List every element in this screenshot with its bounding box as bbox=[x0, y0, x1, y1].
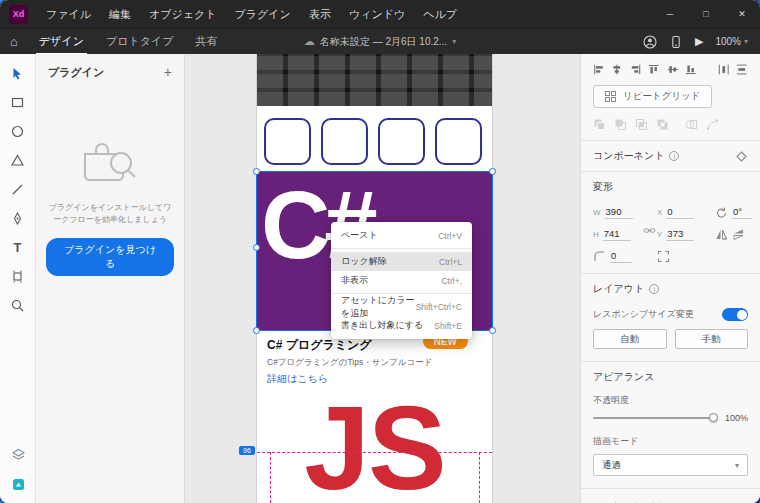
align-right-icon[interactable] bbox=[630, 63, 641, 76]
zoom-tool-icon[interactable] bbox=[7, 296, 29, 314]
nav-box[interactable] bbox=[435, 118, 482, 165]
context-menu-separator bbox=[331, 248, 472, 249]
blend-mode-select[interactable]: 通過 ▾ bbox=[593, 454, 748, 476]
boolean-union-icon[interactable] bbox=[593, 118, 606, 131]
align-middle-vertical-icon[interactable] bbox=[667, 63, 678, 76]
nav-box[interactable] bbox=[378, 118, 425, 165]
export-row: 書き出し対象にする bbox=[581, 489, 760, 503]
align-center-horizontal-icon[interactable] bbox=[611, 63, 622, 76]
repeat-grid-button[interactable]: リピートグリッド bbox=[593, 85, 712, 108]
y-input[interactable]: 373 bbox=[666, 228, 694, 241]
separate-corners-icon[interactable] bbox=[657, 250, 670, 263]
ellipse-tool-icon[interactable] bbox=[7, 122, 29, 140]
toolstrip-bottom bbox=[0, 445, 36, 493]
play-icon[interactable]: ▶ bbox=[695, 35, 703, 48]
info-icon[interactable] bbox=[649, 284, 659, 294]
selection-dash-line bbox=[270, 452, 271, 503]
close-button[interactable]: ✕ bbox=[724, 0, 760, 28]
canvas[interactable]: C# C# プログラミング NEW C#プログラミングのTips・サンプルコード… bbox=[185, 54, 580, 503]
libraries-icon[interactable] bbox=[7, 475, 29, 493]
responsive-resize-row: レスポンシブサイズ変更 bbox=[581, 304, 760, 329]
path-edit-icon[interactable] bbox=[706, 118, 719, 131]
tab-design[interactable]: デザイン bbox=[28, 29, 95, 55]
align-top-icon[interactable] bbox=[648, 63, 659, 76]
transform-section-header: 変形 bbox=[581, 172, 760, 202]
x-input[interactable]: 0 bbox=[666, 206, 694, 219]
appearance-section-header: アピアランス bbox=[581, 362, 760, 392]
add-plugin-icon[interactable]: + bbox=[164, 64, 172, 80]
keyboard-image[interactable] bbox=[257, 54, 492, 106]
document-title[interactable]: ☁ 名称未設定 — 2月6日 10.2... ▾ bbox=[304, 35, 456, 49]
manual-resize-button[interactable]: 手動 bbox=[675, 329, 749, 349]
topbar-right: ▶ 100% ▾ bbox=[643, 35, 760, 49]
mask-icon[interactable] bbox=[685, 118, 698, 131]
menu-plugins[interactable]: プラグイン bbox=[226, 0, 300, 28]
find-plugins-button[interactable]: プラグインを見つける bbox=[46, 238, 174, 276]
info-icon[interactable] bbox=[669, 151, 679, 161]
rectangle-tool-icon[interactable] bbox=[7, 93, 29, 111]
boolean-toolbar bbox=[581, 116, 760, 140]
polygon-tool-icon[interactable] bbox=[7, 151, 29, 169]
card-link[interactable]: 詳細はこちら bbox=[267, 372, 328, 386]
menu-view[interactable]: 表示 bbox=[300, 0, 340, 28]
maximize-button[interactable]: □ bbox=[688, 0, 724, 28]
nav-box[interactable] bbox=[321, 118, 368, 165]
js-logo-image[interactable]: JS bbox=[257, 394, 492, 503]
flip-horizontal-icon[interactable] bbox=[715, 228, 728, 241]
menu-help[interactable]: ヘルプ bbox=[414, 0, 466, 28]
pen-tool-icon[interactable] bbox=[7, 209, 29, 227]
device-preview-icon[interactable] bbox=[669, 35, 683, 49]
distribute-vertical-icon[interactable] bbox=[736, 63, 747, 76]
menu-object[interactable]: オブジェクト bbox=[140, 0, 226, 28]
context-menu-item-paste[interactable]: ペースト Ctrl+V bbox=[331, 226, 472, 245]
align-left-icon[interactable] bbox=[593, 63, 604, 76]
opacity-slider-knob[interactable] bbox=[709, 413, 718, 422]
minimize-button[interactable]: ─ bbox=[652, 0, 688, 28]
card-title[interactable]: C# プログラミング bbox=[267, 337, 372, 354]
account-icon[interactable] bbox=[643, 35, 657, 49]
chevron-down-icon: ▾ bbox=[744, 37, 748, 46]
plugins-empty-state: プラグインをインストールしてワークフローを効率化しましょう プラグインを見つける bbox=[36, 136, 184, 276]
width-input[interactable]: 390 bbox=[605, 206, 633, 219]
context-menu-item-add-color[interactable]: アセットにカラーを追加 Shift+Ctrl+C bbox=[331, 297, 472, 316]
rotation-input[interactable]: 0° bbox=[732, 206, 752, 219]
tab-prototype[interactable]: プロトタイプ bbox=[95, 29, 185, 55]
context-menu: ペースト Ctrl+V ロック解除 Ctrl+L 非表示 Ctrl+, アセット… bbox=[331, 222, 472, 339]
card-subtitle[interactable]: C#プログラミングのTips・サンプルコード bbox=[267, 357, 432, 369]
opacity-slider[interactable] bbox=[593, 417, 717, 419]
component-icon[interactable] bbox=[735, 150, 748, 163]
boolean-exclude-icon[interactable] bbox=[656, 118, 669, 131]
distribute-horizontal-icon[interactable] bbox=[718, 63, 729, 76]
line-tool-icon[interactable] bbox=[7, 180, 29, 198]
nav-box[interactable] bbox=[264, 118, 311, 165]
plugins-panel-title: プラグイン bbox=[48, 65, 104, 80]
corner-radius-input[interactable]: 0 bbox=[610, 250, 632, 263]
text-tool-icon[interactable]: T bbox=[7, 238, 29, 256]
lock-aspect-icon[interactable] bbox=[643, 224, 656, 237]
height-input[interactable]: 741 bbox=[603, 228, 631, 241]
transform-grid: W390 X0 0° H741 Y373 0 bbox=[581, 202, 760, 273]
plugins-header: プラグイン + bbox=[36, 54, 184, 88]
artboard-tool-icon[interactable] bbox=[7, 267, 29, 285]
tab-share[interactable]: 共有 bbox=[184, 29, 228, 55]
zoom-control[interactable]: 100% ▾ bbox=[715, 36, 748, 47]
boolean-subtract-icon[interactable] bbox=[614, 118, 627, 131]
menu-window[interactable]: ウィンドウ bbox=[340, 0, 414, 28]
menu-edit[interactable]: 編集 bbox=[100, 0, 140, 28]
menu-file[interactable]: ファイル bbox=[37, 0, 100, 28]
responsive-resize-toggle[interactable] bbox=[722, 308, 748, 321]
context-menu-item-unlock[interactable]: ロック解除 Ctrl+L bbox=[331, 252, 472, 271]
context-menu-item-mark-export[interactable]: 書き出し対象にする Shift+E bbox=[331, 316, 472, 335]
opacity-slider-row: 100% bbox=[581, 413, 760, 433]
select-tool-icon[interactable] bbox=[7, 64, 29, 82]
xd-app-icon: Xd bbox=[9, 5, 28, 24]
titlebar: Xd ファイル 編集 オブジェクト プラグイン 表示 ウィンドウ ヘルプ ─ □… bbox=[0, 0, 760, 28]
context-menu-item-hide[interactable]: 非表示 Ctrl+, bbox=[331, 271, 472, 290]
home-icon[interactable]: ⌂ bbox=[0, 34, 28, 49]
layers-icon[interactable] bbox=[7, 445, 29, 463]
boolean-intersect-icon[interactable] bbox=[635, 118, 648, 131]
auto-resize-button[interactable]: 自動 bbox=[593, 329, 667, 349]
align-bottom-icon[interactable] bbox=[685, 63, 696, 76]
flip-vertical-icon[interactable] bbox=[732, 228, 745, 241]
plugins-empty-illustration-icon bbox=[77, 136, 143, 190]
